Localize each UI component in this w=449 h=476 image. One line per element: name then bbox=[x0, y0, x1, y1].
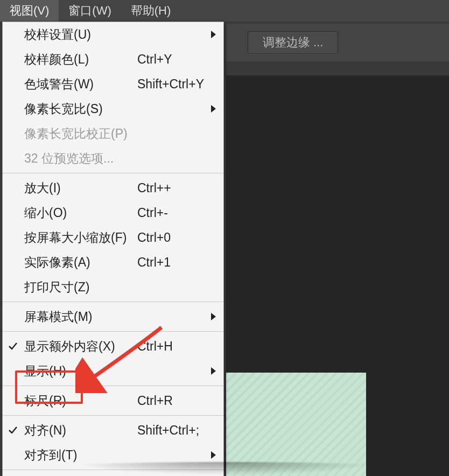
menu-label: 放大(I) bbox=[24, 180, 137, 197]
menu-label: 对齐到(T) bbox=[24, 447, 223, 464]
menu-label: 校样颜色(L) bbox=[24, 51, 137, 68]
refine-edge-button[interactable]: 调整边缘 ... bbox=[248, 31, 338, 54]
checkmark-icon bbox=[8, 425, 18, 435]
menu-separator bbox=[3, 331, 223, 332]
menu-label: 标尺(R) bbox=[24, 393, 137, 409]
menu-item-32bit-preview: 32 位预览选项... bbox=[3, 146, 223, 171]
menu-item-gamut-warning[interactable]: 色域警告(W) Shift+Ctrl+Y bbox=[3, 72, 223, 96]
menu-item-zoom-out[interactable]: 缩小(O) Ctrl+- bbox=[3, 200, 223, 225]
menu-window[interactable]: 窗口(W) bbox=[59, 0, 121, 22]
menubar: 视图(V) 窗口(W) 帮助(H) bbox=[0, 0, 449, 22]
submenu-arrow-icon bbox=[211, 105, 216, 113]
menu-separator bbox=[3, 386, 223, 386]
menu-item-fit-screen[interactable]: 按屏幕大小缩放(F) Ctrl+0 bbox=[3, 225, 223, 250]
submenu-arrow-icon bbox=[211, 313, 216, 320]
menu-shortcut: Ctrl+Y bbox=[137, 52, 223, 67]
menu-item-pixel-aspect-correction: 像素长宽比校正(P) bbox=[3, 121, 223, 146]
menu-shortcut: Ctrl+1 bbox=[137, 255, 223, 270]
submenu-arrow-icon bbox=[211, 31, 216, 38]
menu-label: 实际像素(A) bbox=[24, 254, 137, 271]
menu-shortcut: Shift+Ctrl+Y bbox=[137, 77, 223, 92]
menu-label: 对齐(N) bbox=[24, 422, 137, 439]
menu-view[interactable]: 视图(V) bbox=[0, 0, 59, 22]
menu-item-actual-pixels[interactable]: 实际像素(A) Ctrl+1 bbox=[3, 250, 223, 275]
menu-shortcut: Ctrl+H bbox=[137, 339, 223, 354]
menu-label: 屏幕模式(M) bbox=[24, 309, 223, 325]
menu-item-show[interactable]: 显示(H) bbox=[3, 359, 223, 383]
options-bar: 调整边缘 ... bbox=[226, 24, 449, 61]
menu-shortcut: Ctrl++ bbox=[137, 181, 223, 195]
menu-label: 显示(H) bbox=[24, 363, 223, 380]
menu-help[interactable]: 帮助(H) bbox=[121, 0, 181, 22]
menu-label: 校样设置(U) bbox=[24, 26, 223, 43]
view-menu-dropdown: 校样设置(U) 校样颜色(L) Ctrl+Y 色域警告(W) Shift+Ctr… bbox=[2, 22, 224, 476]
menu-label: 打印尺寸(Z) bbox=[24, 279, 223, 296]
checkmark-icon bbox=[8, 341, 18, 351]
decorative-shadow bbox=[9, 462, 440, 476]
canvas-area bbox=[226, 75, 449, 476]
canvas-image bbox=[226, 373, 366, 476]
menu-separator bbox=[3, 173, 223, 173]
menu-label: 显示额外内容(X) bbox=[24, 338, 137, 355]
menu-item-snap[interactable]: 对齐(N) Shift+Ctrl+; bbox=[3, 418, 223, 443]
menu-item-extras[interactable]: 显示额外内容(X) Ctrl+H bbox=[3, 334, 223, 359]
menu-separator bbox=[3, 302, 223, 302]
menu-item-proof-setup[interactable]: 校样设置(U) bbox=[3, 22, 223, 47]
menu-item-zoom-in[interactable]: 放大(I) Ctrl++ bbox=[3, 176, 223, 200]
menu-label: 缩小(O) bbox=[24, 205, 137, 221]
menu-label: 像素长宽比校正(P) bbox=[24, 125, 223, 142]
submenu-arrow-icon bbox=[211, 451, 216, 459]
menu-item-screen-mode[interactable]: 屏幕模式(M) bbox=[3, 304, 223, 329]
menu-shortcut: Shift+Ctrl+; bbox=[137, 423, 223, 438]
submenu-arrow-icon bbox=[211, 367, 216, 375]
menu-item-rulers[interactable]: 标尺(R) Ctrl+R bbox=[3, 388, 223, 413]
menu-shortcut: Ctrl+- bbox=[137, 206, 223, 220]
menu-item-print-size[interactable]: 打印尺寸(Z) bbox=[3, 275, 223, 299]
menu-shortcut: Ctrl+0 bbox=[137, 230, 223, 245]
menu-label: 色域警告(W) bbox=[24, 76, 137, 93]
menu-label: 32 位预览选项... bbox=[24, 150, 223, 167]
menu-item-pixel-aspect-ratio[interactable]: 像素长宽比(S) bbox=[3, 96, 223, 121]
menu-label: 按屏幕大小缩放(F) bbox=[24, 229, 137, 246]
menu-separator bbox=[3, 415, 223, 416]
menu-label: 像素长宽比(S) bbox=[24, 101, 223, 117]
menu-item-proof-colors[interactable]: 校样颜色(L) Ctrl+Y bbox=[3, 47, 223, 72]
menu-shortcut: Ctrl+R bbox=[137, 394, 223, 408]
